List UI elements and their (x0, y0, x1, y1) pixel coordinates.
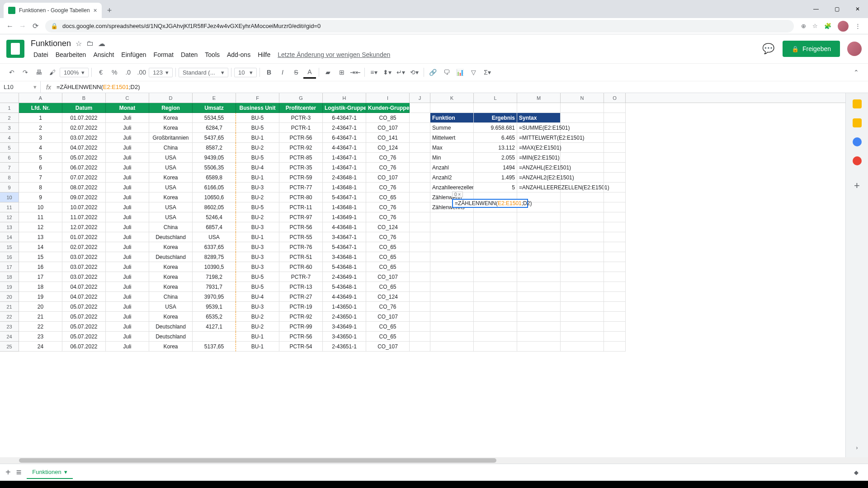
cell[interactable]: 5-43647-1 (323, 192, 366, 202)
cell[interactable]: USA (149, 202, 193, 212)
cell[interactable] (474, 222, 517, 232)
cloud-status-icon[interactable]: ☁ (98, 39, 105, 48)
cell[interactable]: 16 (19, 262, 62, 272)
row-header[interactable]: 25 (0, 342, 19, 352)
undo-icon[interactable]: ↶ (5, 66, 18, 79)
cell[interactable]: CO_76 (366, 212, 410, 222)
cell[interactable]: 12.07.2022 (62, 222, 106, 232)
cell[interactable]: 04.07.2022 (62, 292, 106, 302)
cell[interactable] (604, 202, 626, 212)
cell[interactable] (561, 262, 604, 272)
cell[interactable]: CO_65 (366, 282, 410, 292)
explore-icon[interactable]: ◆ (850, 466, 863, 479)
chart-icon[interactable]: 📊 (454, 66, 467, 79)
cell[interactable] (474, 103, 517, 113)
cell[interactable] (517, 262, 561, 272)
cell[interactable] (561, 222, 604, 232)
cell[interactable] (517, 212, 561, 222)
cell[interactable] (517, 282, 561, 292)
cell[interactable] (604, 222, 626, 232)
cell[interactable]: PCTR-1 (279, 123, 323, 133)
menu-bearbeiten[interactable]: Bearbeiten (53, 50, 89, 59)
cell[interactable] (410, 332, 430, 342)
cell[interactable] (410, 183, 430, 192)
reload-icon[interactable]: ⟳ (29, 22, 42, 30)
row-header[interactable]: 14 (0, 232, 19, 242)
col-header-F[interactable]: F (236, 93, 279, 103)
cell[interactable] (604, 342, 626, 352)
row-header[interactable]: 20 (0, 292, 19, 302)
col-header-J[interactable]: J (410, 93, 430, 103)
comment-icon[interactable]: 🗨 (440, 66, 453, 79)
cell[interactable] (604, 282, 626, 292)
cell[interactable]: 5 (474, 183, 517, 192)
cell[interactable]: 3970,95 (193, 292, 236, 302)
browser-tab[interactable]: Funktionen - Google Tabellen × (4, 3, 102, 18)
cell[interactable]: 3 (19, 133, 62, 143)
cell[interactable]: CO_124 (366, 292, 410, 302)
cell[interactable]: =MITTELWERT(E2:E1501) (517, 133, 561, 143)
formula-bar[interactable]: =ZÄHLENWENN(E2:E1501;D2) (57, 84, 868, 90)
cell[interactable] (561, 123, 604, 133)
cell[interactable]: CO_65 (366, 192, 410, 202)
cell[interactable]: Deutschland (149, 332, 193, 342)
cell[interactable]: 13.112 (474, 143, 517, 153)
cell[interactable]: PCTR-85 (279, 153, 323, 163)
cell[interactable]: 18 (19, 282, 62, 292)
cell[interactable]: CO_65 (366, 252, 410, 262)
tasks-icon[interactable] (853, 118, 862, 127)
cell[interactable]: Region (149, 103, 193, 113)
cell[interactable] (410, 103, 430, 113)
cell[interactable]: Juli (106, 222, 149, 232)
cell[interactable]: BU-2 (236, 312, 279, 322)
cell[interactable]: 3-43648-1 (323, 252, 366, 262)
cell[interactable]: PCTR-35 (279, 163, 323, 173)
profile-avatar[interactable] (838, 21, 849, 32)
cell[interactable]: 23 (19, 332, 62, 342)
cell[interactable]: Juli (106, 332, 149, 342)
cell[interactable]: PCTR-55 (279, 232, 323, 242)
cell[interactable]: Korea (149, 173, 193, 183)
cell[interactable]: 3-43649-1 (323, 322, 366, 332)
cell[interactable]: Juli (106, 322, 149, 332)
cell[interactable]: BU-3 (236, 183, 279, 192)
cell[interactable]: Deutschland (149, 322, 193, 332)
cell[interactable]: BU-1 (236, 342, 279, 352)
cell[interactable]: Datum (62, 103, 106, 113)
cell[interactable] (604, 153, 626, 163)
cell[interactable]: 2-43651-1 (323, 342, 366, 352)
cell[interactable] (561, 342, 604, 352)
cell[interactable]: Juli (106, 302, 149, 312)
cell[interactable]: 17 (19, 272, 62, 282)
row-header[interactable]: 8 (0, 173, 19, 183)
cell[interactable]: 5534,55 (193, 113, 236, 123)
cell[interactable]: 2 (19, 123, 62, 133)
cell[interactable]: 04.07.2022 (62, 282, 106, 292)
cell[interactable] (410, 232, 430, 242)
cell[interactable]: 6166,05 (193, 183, 236, 192)
cell[interactable] (517, 322, 561, 332)
cell[interactable]: Juli (106, 242, 149, 252)
cell[interactable]: 3-43647-1 (323, 232, 366, 242)
cell[interactable]: Juli (106, 272, 149, 282)
cell[interactable]: Korea (149, 262, 193, 272)
zoom-icon[interactable]: ⊕ (801, 23, 806, 29)
cell[interactable]: CO_107 (366, 173, 410, 183)
cell[interactable]: 2-43648-1 (323, 173, 366, 183)
bookmark-icon[interactable]: ☆ (812, 23, 818, 29)
cell[interactable]: 3-43650-1 (323, 332, 366, 342)
cell[interactable]: BU-5 (236, 153, 279, 163)
cell[interactable]: 15 (19, 252, 62, 262)
forward-icon[interactable]: → (16, 22, 29, 30)
cell[interactable] (430, 332, 474, 342)
cell[interactable]: Juli (106, 183, 149, 192)
cell[interactable]: 5-43648-1 (323, 282, 366, 292)
cell[interactable]: PCTR-7 (279, 272, 323, 282)
cell[interactable] (410, 153, 430, 163)
col-header-O[interactable]: O (604, 93, 626, 103)
cell[interactable] (561, 312, 604, 322)
cell-editor[interactable]: =ZÄHLENWENN(E2:E1501;D2) (452, 199, 528, 208)
col-header-M[interactable]: M (517, 93, 561, 103)
cell[interactable] (561, 192, 604, 202)
cell[interactable]: PCTR-27 (279, 292, 323, 302)
